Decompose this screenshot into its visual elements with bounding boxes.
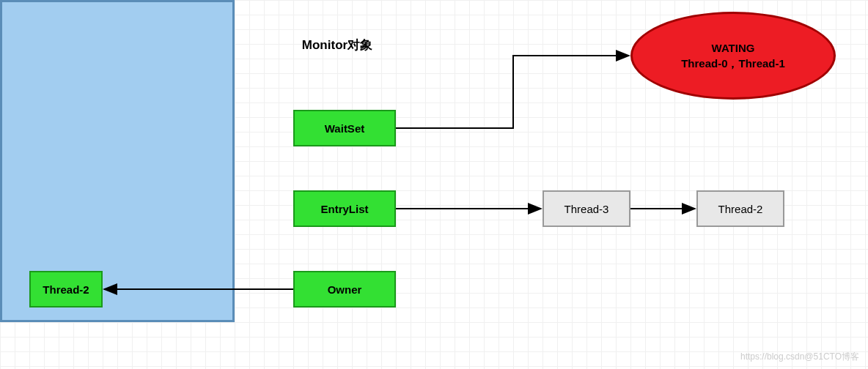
- watermark: https://blog.csdn@51CTO博客: [740, 351, 859, 363]
- owner-box: Owner: [293, 271, 396, 308]
- waitset-box: WaitSet: [293, 110, 396, 146]
- entrylist-thread-a: Thread-3: [542, 190, 630, 227]
- waiting-state-ellipse: WATING Thread-0，Thread-1: [630, 12, 836, 100]
- monitor-title: Monitor对象: [220, 37, 455, 53]
- entrylist-box: EntryList: [293, 190, 396, 227]
- owner-thread-box: Thread-2: [29, 271, 103, 308]
- waiting-state-label: WATING: [712, 40, 755, 56]
- entrylist-thread-b: Thread-2: [696, 190, 784, 227]
- waiting-threads-label: Thread-0，Thread-1: [681, 56, 785, 71]
